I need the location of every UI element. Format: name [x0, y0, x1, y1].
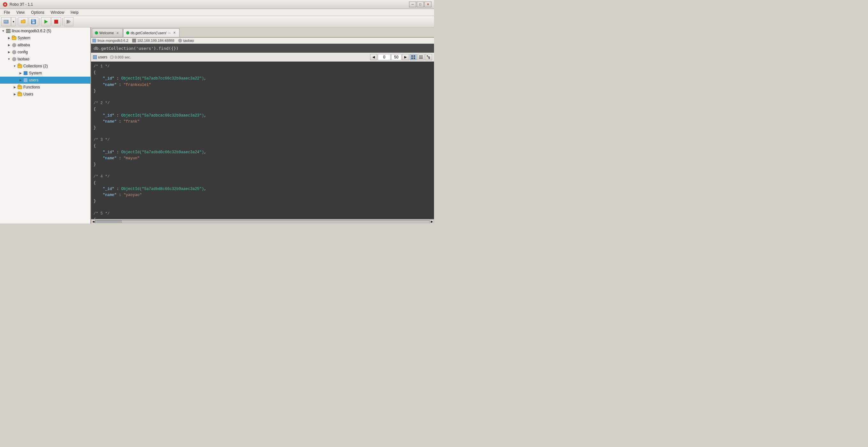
tab-welcome-label: Welcome — [99, 31, 114, 35]
table-view-button[interactable] — [410, 54, 417, 60]
toolbar: ▾ — [0, 16, 434, 28]
stop-button[interactable] — [52, 17, 61, 26]
new-connection-button[interactable] — [1, 17, 11, 26]
tab-query[interactable]: db.getCollection('users' ··· ✕ — [123, 28, 180, 37]
toggle-functions[interactable]: ▶ — [12, 85, 17, 90]
sidebar-item-taobao[interactable]: ▼ taobao — [0, 56, 90, 63]
text-view-button[interactable] — [417, 54, 425, 60]
host-small-icon — [132, 39, 136, 42]
toggle-config[interactable]: ▶ — [6, 50, 11, 55]
time-badge: 0.003 sec. — [110, 55, 131, 59]
query-tab-icon — [126, 31, 129, 34]
config-label: config — [18, 50, 28, 54]
svg-rect-23 — [413, 58, 415, 59]
svg-rect-22 — [411, 58, 413, 59]
toggle-alibaba[interactable]: ▶ — [6, 42, 11, 47]
svg-rect-8 — [32, 22, 35, 24]
tab-welcome-close[interactable]: ✕ — [115, 31, 120, 35]
minimize-button[interactable]: ─ — [409, 2, 416, 7]
sidebar-item-system-collection[interactable]: ▶ System — [0, 70, 90, 76]
prev-page-button[interactable]: ◀ — [370, 54, 377, 60]
sidebar-item-server[interactable]: ▼ linux-mongodb3.6.2 (5) — [0, 28, 90, 34]
save-button[interactable] — [29, 17, 38, 26]
tab-welcome[interactable]: Welcome ✕ — [92, 28, 123, 37]
server-host: 192.168.199.184:48888 — [137, 39, 174, 42]
users-collection-label: users — [29, 78, 38, 83]
bottom-scrollbar[interactable]: ◀ ▶ — [91, 219, 434, 224]
tree-view-button[interactable] — [425, 54, 432, 60]
folder-icon-functions — [17, 85, 22, 90]
sidebar-item-collections[interactable]: ▼ Collections (2) — [0, 63, 90, 70]
close-button[interactable]: ✕ — [425, 2, 431, 7]
sidebar-item-functions[interactable]: ▶ Functions — [0, 84, 90, 91]
open-button[interactable] — [19, 17, 28, 26]
toggle-taobao[interactable]: ▼ — [6, 57, 11, 62]
sidebar-item-config[interactable]: ▶ config — [0, 49, 90, 56]
server-label: linux-mongodb3.6.2 (5) — [12, 29, 51, 33]
separator-3 — [62, 18, 63, 26]
sidebar-item-system[interactable]: ▶ System — [0, 34, 90, 41]
system-collection-label: System — [29, 71, 42, 75]
toggle-users-folder[interactable]: ▶ — [12, 92, 17, 97]
title-bar: Robo 3T - 1.1 ─ □ ✕ — [0, 0, 434, 9]
script-button[interactable] — [64, 17, 73, 26]
collection-icon-system — [23, 70, 28, 76]
tabs-bar: Welcome ✕ db.getCollection('users' ··· ✕ — [91, 28, 434, 38]
pagination-group: ◀ ▶ — [370, 54, 432, 60]
toggle-server[interactable]: ▼ — [1, 28, 6, 34]
tab-query-label: db.getCollection('users' ··· — [131, 31, 171, 35]
clock-icon — [110, 55, 114, 59]
users-folder-label: Users — [23, 92, 33, 96]
svg-rect-4 — [4, 21, 5, 22]
svg-rect-26 — [419, 58, 423, 59]
app-icon — [3, 2, 8, 7]
collection-icon-users — [23, 77, 28, 83]
query-text: db.getCollection('users').find({}) — [94, 46, 179, 51]
server-info-host: 192.168.199.184:48888 — [132, 39, 174, 42]
svg-marker-9 — [44, 20, 48, 24]
tab-query-close[interactable]: ✕ — [172, 31, 177, 35]
sidebar-item-users-folder[interactable]: ▶ Users — [0, 91, 90, 98]
results-toolbar: users 0.003 sec. ◀ ▶ — [91, 53, 434, 62]
server-name: linux-mongodb3.6.2 — [97, 39, 128, 42]
menu-window[interactable]: Window — [48, 9, 67, 15]
folder-icon-users — [17, 92, 22, 97]
menu-view[interactable]: View — [14, 9, 27, 15]
toggle-system-coll[interactable]: ▶ — [18, 70, 23, 76]
page-size-input[interactable] — [391, 54, 401, 60]
scroll-left-button[interactable]: ◀ — [91, 219, 95, 224]
query-text-bar[interactable]: db.getCollection('users').find({}) — [91, 44, 434, 53]
scroll-right-button[interactable]: ▶ — [430, 219, 434, 224]
svg-rect-24 — [419, 56, 423, 56]
results-collection-badge: users — [93, 55, 107, 59]
toggle-users-coll[interactable]: ▶ — [18, 77, 23, 83]
sidebar-item-alibaba[interactable]: ▶ alibaba — [0, 41, 90, 49]
alibaba-label: alibaba — [18, 43, 30, 47]
svg-point-2 — [4, 4, 6, 5]
server-info-bar: linux-mongodb3.6.2 192.168.199.184:48888… — [91, 38, 434, 44]
scroll-thumb[interactable] — [96, 220, 122, 223]
menu-help[interactable]: Help — [68, 9, 81, 15]
sidebar-item-users-collection[interactable]: ▶ users — [0, 76, 90, 84]
results-time: 0.003 sec. — [115, 55, 131, 59]
main-content: ▼ linux-mongodb3.6.2 (5) ▶ System ▶ — [0, 28, 434, 224]
db-icon — [11, 42, 17, 47]
execute-button[interactable] — [41, 17, 51, 26]
db-small-icon — [178, 39, 182, 42]
new-connection-dropdown[interactable]: ▾ — [11, 17, 16, 26]
svg-point-15 — [9, 30, 10, 30]
toggle-collections[interactable]: ▼ — [12, 64, 17, 69]
menu-file[interactable]: File — [1, 9, 12, 15]
grid-icon — [93, 55, 97, 59]
maximize-button[interactable]: □ — [417, 2, 424, 7]
system-label: System — [18, 36, 30, 40]
server-info-db: taobao — [178, 39, 194, 42]
svg-rect-10 — [54, 20, 58, 24]
results-collection-name: users — [98, 55, 107, 59]
page-current-input[interactable] — [378, 54, 391, 60]
separator-1 — [17, 18, 17, 26]
next-page-button[interactable]: ▶ — [402, 54, 409, 60]
menu-options[interactable]: Options — [28, 9, 46, 15]
db-icon-taobao — [11, 57, 17, 62]
toggle-system[interactable]: ▶ — [6, 35, 11, 40]
